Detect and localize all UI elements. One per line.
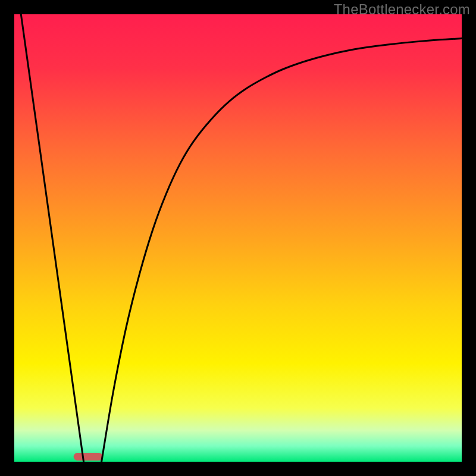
watermark-text: TheBottlenecker.com <box>334 1 470 18</box>
bottleneck-marker <box>74 453 103 461</box>
plot-area <box>14 14 462 462</box>
gradient-background <box>14 14 462 462</box>
chart-svg <box>14 14 462 462</box>
chart-frame: TheBottlenecker.com <box>0 0 476 476</box>
svg-rect-0 <box>74 453 103 461</box>
